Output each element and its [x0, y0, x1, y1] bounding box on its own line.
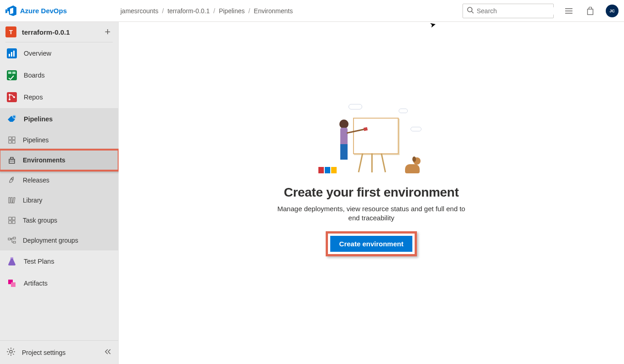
sub-item-label: Pipelines: [23, 136, 49, 144]
svg-rect-27: [9, 198, 10, 203]
empty-state-title: Create your first environment: [284, 185, 458, 200]
work-items-icon[interactable]: [564, 5, 575, 16]
svg-line-1: [472, 11, 473, 13]
breadcrumb-project[interactable]: terraform-0.0.1: [167, 7, 210, 15]
sidebar: T terraform-0.0.1 + Overview Boards Repo…: [0, 22, 119, 364]
gear-icon: [6, 347, 16, 358]
sub-item-label: Deployment groups: [23, 237, 78, 244]
svg-rect-5: [588, 9, 593, 15]
releases-icon: [6, 175, 17, 186]
sidebar-item-artifacts[interactable]: Artifacts: [0, 272, 118, 294]
sub-item-deployment-groups[interactable]: Deployment groups: [0, 230, 118, 250]
pipelines-icon: [6, 114, 17, 125]
sub-item-task-groups[interactable]: Task groups: [0, 210, 118, 230]
sidebar-item-test-plans[interactable]: Test Plans: [0, 250, 118, 272]
project-settings[interactable]: Project settings: [0, 340, 118, 364]
sidebar-item-label: Test Plans: [24, 258, 54, 265]
add-icon[interactable]: +: [103, 27, 113, 37]
sidebar-item-label: Overview: [24, 50, 51, 57]
logo-area[interactable]: Azure DevOps: [5, 5, 120, 16]
boards-icon: [6, 70, 17, 81]
top-header: Azure DevOps jamesrcounts / terraform-0.…: [0, 0, 624, 22]
svg-rect-9: [13, 51, 15, 57]
main-content: ➤ Create your first environment Manage d…: [119, 22, 624, 364]
project-settings-label: Project settings: [22, 349, 66, 356]
sub-item-label: Releases: [23, 177, 49, 184]
rocket-icon: [6, 135, 17, 146]
sidebar-item-label: Repos: [24, 94, 43, 101]
sidebar-item-boards[interactable]: Boards: [0, 64, 118, 86]
svg-rect-30: [9, 217, 11, 220]
shopping-bag-icon[interactable]: [585, 5, 596, 16]
azure-devops-logo-icon: [5, 5, 16, 16]
breadcrumb-separator: /: [248, 7, 250, 15]
svg-rect-29: [13, 198, 15, 203]
repos-icon: [6, 92, 17, 103]
svg-rect-39: [11, 282, 16, 287]
breadcrumb-page[interactable]: Environments: [254, 7, 293, 15]
search-box[interactable]: [463, 4, 554, 18]
breadcrumb-area[interactable]: Pipelines: [219, 7, 245, 15]
svg-rect-12: [12, 72, 16, 74]
sidebar-item-repos[interactable]: Repos: [0, 86, 118, 108]
test-plans-icon: [6, 256, 17, 267]
search-input[interactable]: [474, 7, 556, 15]
svg-point-15: [9, 99, 10, 100]
project-initial-icon: T: [5, 26, 16, 37]
sub-item-label: Task groups: [23, 217, 57, 224]
svg-point-40: [10, 350, 12, 353]
header-right: JC: [463, 4, 619, 18]
svg-rect-34: [8, 238, 10, 240]
svg-rect-28: [11, 198, 12, 203]
create-environment-button[interactable]: Create environment: [330, 236, 413, 252]
project-row[interactable]: T terraform-0.0.1 +: [0, 22, 118, 42]
svg-rect-36: [13, 241, 16, 243]
svg-point-26: [11, 179, 13, 180]
breadcrumb: jamesrcounts / terraform-0.0.1 / Pipelin…: [120, 7, 293, 15]
overview-icon: [6, 48, 17, 59]
svg-rect-33: [12, 221, 15, 224]
sidebar-item-overview[interactable]: Overview: [0, 42, 118, 64]
sidebar-item-pipelines[interactable]: Pipelines: [0, 108, 118, 130]
project-name: terraform-0.0.1: [22, 28, 70, 36]
svg-point-0: [468, 7, 472, 12]
sub-item-label: Environments: [23, 156, 65, 164]
search-icon: [467, 6, 474, 15]
svg-point-14: [9, 94, 10, 96]
svg-rect-20: [12, 137, 15, 140]
collapse-icon[interactable]: [104, 348, 112, 357]
breadcrumb-separator: /: [162, 7, 164, 15]
breadcrumb-separator: /: [213, 7, 215, 15]
svg-rect-37: [10, 257, 13, 259]
artifacts-icon: [6, 278, 17, 289]
svg-rect-24: [10, 157, 13, 159]
breadcrumb-org[interactable]: jamesrcounts: [120, 7, 158, 15]
sub-item-pipelines[interactable]: Pipelines: [0, 130, 118, 150]
svg-rect-7: [9, 54, 10, 57]
sidebar-item-label: Pipelines: [24, 115, 53, 123]
sub-item-library[interactable]: Library: [0, 190, 118, 210]
empty-state-illustration: [321, 104, 421, 177]
svg-rect-19: [9, 137, 11, 140]
svg-rect-32: [9, 221, 11, 224]
sub-item-environments[interactable]: Environments: [0, 150, 118, 170]
svg-rect-13: [7, 92, 17, 102]
create-environment-highlight: Create environment: [326, 231, 417, 256]
svg-point-4: [565, 13, 566, 14]
sub-item-label: Library: [23, 197, 42, 204]
environment-icon: [6, 155, 17, 166]
svg-rect-11: [8, 72, 11, 74]
sub-item-releases[interactable]: Releases: [0, 170, 118, 190]
svg-rect-21: [9, 140, 11, 143]
empty-state-description: Manage deployments, view resource status…: [271, 204, 472, 223]
task-groups-icon: [6, 215, 17, 226]
svg-rect-35: [13, 237, 16, 239]
product-name: Azure DevOps: [20, 7, 67, 15]
library-icon: [6, 195, 17, 206]
avatar[interactable]: JC: [606, 5, 619, 17]
sidebar-item-label: Boards: [24, 72, 45, 79]
svg-rect-22: [12, 140, 15, 143]
svg-rect-31: [12, 217, 15, 220]
svg-point-3: [565, 10, 566, 11]
sidebar-item-label: Artifacts: [24, 280, 47, 287]
